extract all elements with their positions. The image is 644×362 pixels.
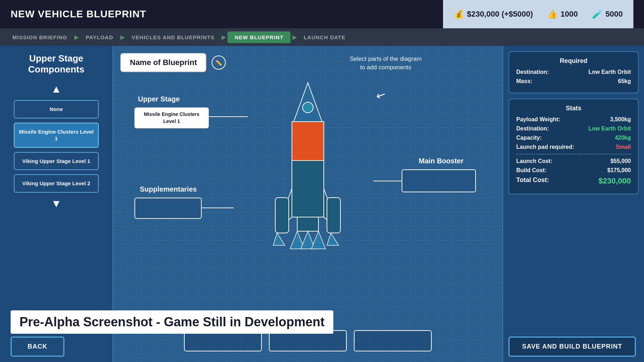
- save-build-button[interactable]: SAVE AND BUILD BLUEPRINT: [508, 337, 636, 357]
- rating-stat: 👍 1000: [547, 9, 578, 19]
- svg-rect-10: [327, 198, 340, 233]
- bottom-bar: BACK: [11, 337, 64, 357]
- stats-destination-value: Low Earth Orbit: [588, 125, 631, 132]
- component-viking-level2[interactable]: Viking Upper Stage Level 2: [14, 174, 99, 193]
- right-panel: Required Destination: Low Earth Orbit Ma…: [502, 46, 644, 362]
- svg-rect-9: [275, 198, 289, 233]
- nav-new-blueprint[interactable]: NEW BLUEPRINT: [228, 31, 291, 43]
- rocket-area: Upper Stage Missile Engine ClustersLevel…: [120, 76, 495, 327]
- header-stats: 💰 $230,000 (+$5000) 👍 1000 🧪 5000: [443, 0, 633, 28]
- research-value: 5000: [605, 10, 623, 19]
- rating-icon: 👍: [547, 9, 558, 19]
- svg-marker-12: [327, 233, 339, 245]
- svg-rect-1: [292, 122, 324, 160]
- mass-label: Mass:: [516, 78, 532, 84]
- select-hint: Select parts of the diagram to add compo…: [347, 55, 425, 72]
- total-cost-label: Total Cost:: [516, 176, 549, 186]
- money-value: $230,000 (+$5000): [467, 10, 533, 19]
- money-icon: 💰: [454, 9, 464, 19]
- stats-divider: [516, 154, 631, 154]
- rocket-diagram: [255, 79, 361, 263]
- component-missile-engine[interactable]: Missile Engine Clusters Level 1: [14, 123, 99, 148]
- required-card: Required Destination: Low Earth Orbit Ma…: [508, 51, 639, 93]
- upper-stage-connector: [209, 116, 248, 117]
- destination-label: Destination:: [516, 69, 549, 75]
- nav-arrow-2: ▶: [120, 34, 125, 41]
- payload-weight-value: 3,500kg: [610, 116, 631, 123]
- left-panel-title: Upper Stage Components: [7, 53, 105, 75]
- capacity-label: Capacity:: [516, 135, 542, 141]
- supplementaries-label: Supplementaries: [140, 185, 197, 193]
- capacity-row: Capacity: 420kg: [516, 135, 631, 141]
- main-booster-box[interactable]: [402, 169, 476, 192]
- upper-stage-component-box[interactable]: Missile Engine ClustersLevel 1: [134, 107, 209, 128]
- capacity-value: 420kg: [615, 135, 631, 141]
- nav-bar: MISSION BRIEFING ▶ PAYLOAD ▶ VEHICLES AN…: [0, 28, 644, 46]
- build-cost-value: $175,000: [607, 167, 631, 174]
- svg-rect-5: [297, 217, 318, 231]
- build-cost-label: Build Cost:: [516, 167, 546, 174]
- build-cost-row: Build Cost: $175,000: [516, 167, 631, 174]
- launch-pad-value: Small: [616, 144, 631, 150]
- main-booster-connector: [373, 181, 402, 181]
- required-destination-row: Destination: Low Earth Orbit: [516, 69, 631, 75]
- stats-destination-row: Destination: Low Earth Orbit: [516, 125, 631, 132]
- upper-stage-label: Upper Stage: [138, 95, 180, 103]
- payload-weight-row: Payload Weight: 3,500kg: [516, 116, 631, 123]
- scroll-down-arrow[interactable]: ▼: [51, 198, 62, 210]
- nav-arrow-4: ▶: [292, 34, 297, 41]
- payload-weight-label: Payload Weight:: [516, 116, 560, 123]
- research-stat: 🧪 5000: [592, 9, 623, 19]
- nav-launch-date[interactable]: LAUNCH DATE: [298, 33, 351, 42]
- launch-pad-row: Launch pad required: Small: [516, 144, 631, 150]
- header: NEW VEHICLE BLUEPRINT 💰 $230,000 (+$5000…: [0, 0, 644, 28]
- required-title: Required: [516, 57, 631, 65]
- money-stat: 💰 $230,000 (+$5000): [454, 9, 533, 19]
- spacer: [508, 200, 639, 331]
- component-none[interactable]: None: [14, 100, 99, 118]
- svg-marker-11: [273, 233, 285, 245]
- stats-destination-label: Destination:: [516, 125, 549, 132]
- supplementaries-connector: [202, 208, 234, 208]
- mass-value: 65kg: [618, 78, 631, 84]
- rating-value: 1000: [560, 10, 578, 19]
- supplementaries-box[interactable]: [134, 198, 202, 219]
- launch-cost-row: Launch Cost: $55,000: [516, 158, 631, 164]
- scroll-up-arrow[interactable]: ▲: [51, 83, 62, 95]
- launch-cost-value: $55,000: [610, 158, 631, 164]
- total-cost-row: Total Cost: $230,000: [516, 176, 631, 186]
- nav-arrow-3: ▶: [222, 34, 226, 41]
- svg-point-13: [303, 102, 313, 113]
- component-viking-level1[interactable]: Viking Upper Stage Level 1: [14, 152, 99, 170]
- stats-card: Stats Payload Weight: 3,500kg Destinatio…: [508, 99, 639, 194]
- blueprint-name-row: Name of Blueprint ✏️: [120, 53, 495, 72]
- nav-mission-briefing[interactable]: MISSION BRIEFING: [7, 33, 73, 42]
- nav-payload[interactable]: PAYLOAD: [80, 33, 119, 42]
- back-button[interactable]: BACK: [11, 337, 64, 357]
- svg-marker-8: [311, 231, 326, 249]
- destination-value: Low Earth Orbit: [588, 69, 631, 75]
- bottom-box-3[interactable]: [354, 330, 432, 351]
- launch-cost-label: Launch Cost:: [516, 158, 552, 164]
- svg-rect-2: [292, 160, 324, 217]
- launch-pad-label: Launch pad required:: [516, 144, 574, 150]
- edit-name-button[interactable]: ✏️: [212, 56, 226, 70]
- required-mass-row: Mass: 65kg: [516, 78, 631, 84]
- stats-title: Stats: [516, 105, 631, 112]
- nav-arrow-1: ▶: [74, 34, 79, 41]
- page-title: NEW VEHICLE BLUEPRINT: [11, 8, 146, 20]
- total-cost-value: $230,000: [598, 176, 631, 186]
- main-booster-label: Main Booster: [419, 157, 464, 165]
- watermark: Pre-Alpha Screenshot - Game Still in Dev…: [11, 310, 333, 334]
- blueprint-name-field[interactable]: Name of Blueprint: [120, 53, 206, 72]
- nav-vehicles[interactable]: VEHICLES AND BLUEPRINTS: [126, 33, 220, 42]
- research-icon: 🧪: [592, 9, 603, 19]
